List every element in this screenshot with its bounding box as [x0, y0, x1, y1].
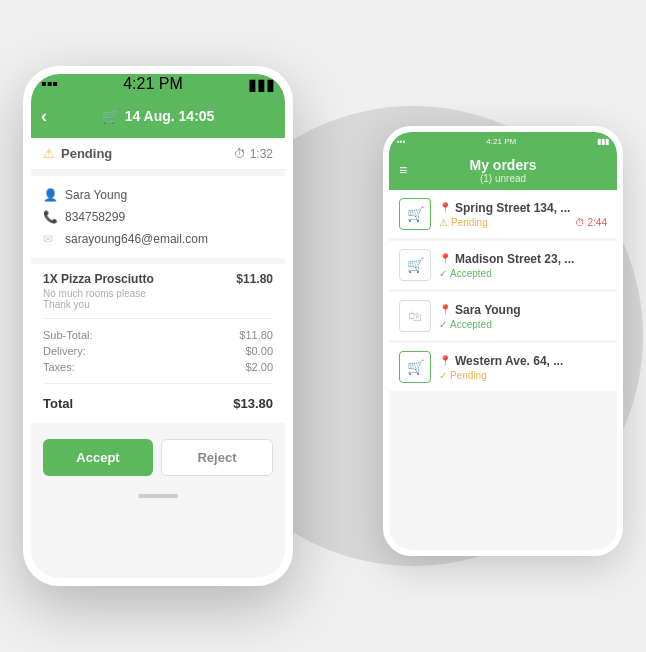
- item-note: No much rooms please Thank you: [43, 288, 154, 310]
- phone1-battery: ▮▮▮: [248, 75, 275, 94]
- order-address: 📍 Spring Street 134, ...: [439, 201, 607, 215]
- phone2-status-bar: ▪▪▪ 4:21 PM ▮▮▮: [389, 132, 617, 150]
- order-status-row: ✓ Accepted: [439, 268, 607, 279]
- list-item[interactable]: 🛍 📍 Sara Young ✓ Accepted: [389, 292, 617, 340]
- check-icon: ✓: [439, 268, 447, 279]
- customer-phone-row: 📞 834758299: [43, 206, 273, 228]
- clock-icon: ⏱: [234, 147, 246, 161]
- back-button[interactable]: ‹: [41, 106, 47, 127]
- total-value: $13.80: [233, 396, 273, 411]
- phone2-subtitle: (1) unread: [480, 173, 526, 184]
- item-price: $11.80: [236, 272, 273, 286]
- menu-icon[interactable]: ≡: [399, 162, 407, 178]
- order-item-row: 1X Pizza Prosciutto No much rooms please…: [43, 272, 273, 310]
- divider: [43, 383, 273, 384]
- order-timer: ⏱ 2:44: [575, 217, 607, 228]
- clock-icon: ⏱: [575, 217, 585, 228]
- list-item[interactable]: 🛒 📍 Madison Street 23, ... ✓ Accepted: [389, 241, 617, 289]
- taxes-value: $2.00: [245, 361, 273, 373]
- status-accepted: ✓ Accepted: [439, 268, 492, 279]
- person-icon: 👤: [43, 188, 57, 202]
- pending-bar: ⚠ Pending ⏱ 1:32: [31, 138, 285, 170]
- customer-email: sarayoung646@email.com: [65, 232, 208, 246]
- order-address: 📍 Sara Young: [439, 303, 607, 317]
- timer-display: ⏱ 1:32: [234, 147, 273, 161]
- phone2-signal: ▪▪▪: [397, 137, 406, 146]
- phone2-battery: ▮▮▮: [597, 137, 609, 146]
- scene: ▪▪▪ 4:21 PM ▮▮▮ ≡ My orders (1) unread 🛒…: [23, 26, 623, 626]
- check-icon: ✓: [439, 370, 447, 381]
- customer-email-row: ✉ sarayoung646@email.com: [43, 228, 273, 250]
- status-badge: Pending: [61, 146, 112, 161]
- order-status-row: ✓ Pending: [439, 370, 607, 381]
- order-list-content: 📍 Madison Street 23, ... ✓ Accepted: [439, 252, 607, 279]
- order-address: 📍 Western Ave. 64, ...: [439, 354, 607, 368]
- customer-name: Sara Young: [65, 188, 127, 202]
- home-indicator: [138, 494, 178, 498]
- phone1-signal: ▪▪▪: [41, 75, 58, 93]
- check-icon: ✓: [439, 319, 447, 330]
- action-buttons: Accept Reject: [31, 429, 285, 486]
- phone2-title: My orders: [470, 157, 537, 173]
- subtotal-label: Sub-Total:: [43, 329, 93, 341]
- phone2: ▪▪▪ 4:21 PM ▮▮▮ ≡ My orders (1) unread 🛒…: [383, 126, 623, 556]
- taxes-label: Taxes:: [43, 361, 75, 373]
- divider: [43, 318, 273, 319]
- total-label: Total: [43, 396, 73, 411]
- pin-icon: 📍: [439, 355, 451, 366]
- order-address: 📍 Madison Street 23, ...: [439, 252, 607, 266]
- customer-phone: 834758299: [65, 210, 125, 224]
- phone2-header: ≡ My orders (1) unread: [389, 150, 617, 190]
- list-item[interactable]: 🛒 📍 Spring Street 134, ... ⚠ Pending: [389, 190, 617, 238]
- customer-name-row: 👤 Sara Young: [43, 184, 273, 206]
- cart-icon: 🛒: [399, 249, 431, 281]
- pending-left: ⚠ Pending: [43, 146, 112, 161]
- pin-icon: 📍: [439, 304, 451, 315]
- status-accepted: ✓ Accepted: [439, 319, 492, 330]
- reject-button[interactable]: Reject: [161, 439, 273, 476]
- phone1-status-bar: ▪▪▪ 4:21 PM ▮▮▮: [31, 74, 285, 94]
- delivery-label: Delivery:: [43, 345, 86, 357]
- item-name: 1X Pizza Prosciutto: [43, 272, 154, 286]
- cart-icon: 🛒: [399, 198, 431, 230]
- phone1: ▪▪▪ 4:21 PM ▮▮▮ ‹ 🛒 14 Aug. 14:05 ⚠ Pend…: [23, 66, 293, 586]
- list-item[interactable]: 🛒 📍 Western Ave. 64, ... ✓ Pending: [389, 343, 617, 391]
- phone1-time: 4:21 PM: [123, 75, 183, 93]
- bag-icon: 🛍: [399, 300, 431, 332]
- subtotal-value: $11.80: [239, 329, 273, 341]
- delivery-row: Delivery: $0.00: [43, 343, 273, 359]
- status-pending: ⚠ Pending: [439, 217, 488, 228]
- subtotal-row: Sub-Total: $11.80: [43, 327, 273, 343]
- pin-icon: 📍: [439, 253, 451, 264]
- taxes-row: Taxes: $2.00: [43, 359, 273, 375]
- order-list: 🛒 📍 Spring Street 134, ... ⚠ Pending: [389, 190, 617, 391]
- total-row: Total $13.80: [43, 392, 273, 415]
- accept-button[interactable]: Accept: [43, 439, 153, 476]
- status-pending: ✓ Pending: [439, 370, 487, 381]
- customer-info: 👤 Sara Young 📞 834758299 ✉ sarayoung646@…: [31, 176, 285, 258]
- delivery-value: $0.00: [245, 345, 273, 357]
- phone1-header: ‹ 🛒 14 Aug. 14:05: [31, 94, 285, 138]
- item-info: 1X Pizza Prosciutto No much rooms please…: [43, 272, 154, 310]
- warning-icon: ⚠: [43, 146, 55, 161]
- cart-icon: 🛒: [399, 351, 431, 383]
- order-list-content: 📍 Spring Street 134, ... ⚠ Pending ⏱ 2:4…: [439, 201, 607, 228]
- pin-icon: 📍: [439, 202, 451, 213]
- order-status-row: ✓ Accepted: [439, 319, 607, 330]
- order-list-content: 📍 Western Ave. 64, ... ✓ Pending: [439, 354, 607, 381]
- warn-icon: ⚠: [439, 217, 448, 228]
- phone2-time: 4:21 PM: [486, 137, 516, 146]
- cart-icon: 🛒: [102, 108, 119, 124]
- email-icon: ✉: [43, 232, 57, 246]
- phone-icon: 📞: [43, 210, 57, 224]
- order-details: 1X Pizza Prosciutto No much rooms please…: [31, 264, 285, 423]
- order-list-content: 📍 Sara Young ✓ Accepted: [439, 303, 607, 330]
- order-status-row: ⚠ Pending ⏱ 2:44: [439, 217, 607, 228]
- phone1-title: 🛒 14 Aug. 14:05: [102, 108, 215, 124]
- timer-value: 1:32: [250, 147, 273, 161]
